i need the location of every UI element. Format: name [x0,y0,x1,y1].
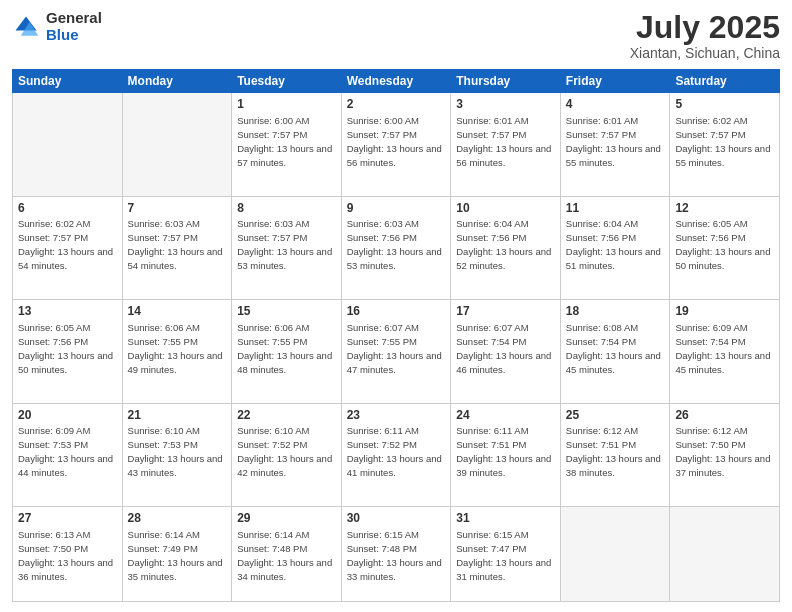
calendar-cell: 30Sunrise: 6:15 AM Sunset: 7:48 PM Dayli… [341,507,451,602]
day-info: Sunrise: 6:14 AM Sunset: 7:48 PM Dayligh… [237,529,332,582]
day-number: 20 [18,407,117,424]
day-number: 9 [347,200,446,217]
day-header-monday: Monday [122,70,232,93]
day-number: 19 [675,303,774,320]
day-header-tuesday: Tuesday [232,70,342,93]
week-row-3: 13Sunrise: 6:05 AM Sunset: 7:56 PM Dayli… [13,300,780,403]
calendar-cell: 8Sunrise: 6:03 AM Sunset: 7:57 PM Daylig… [232,196,342,299]
day-number: 23 [347,407,446,424]
day-header-sunday: Sunday [13,70,123,93]
logo: General Blue [12,10,102,43]
day-number: 29 [237,510,336,527]
day-info: Sunrise: 6:13 AM Sunset: 7:50 PM Dayligh… [18,529,113,582]
calendar-cell: 3Sunrise: 6:01 AM Sunset: 7:57 PM Daylig… [451,93,561,196]
day-number: 12 [675,200,774,217]
calendar-cell: 11Sunrise: 6:04 AM Sunset: 7:56 PM Dayli… [560,196,670,299]
day-number: 4 [566,96,665,113]
day-info: Sunrise: 6:11 AM Sunset: 7:51 PM Dayligh… [456,425,551,478]
day-header-wednesday: Wednesday [341,70,451,93]
calendar-cell: 17Sunrise: 6:07 AM Sunset: 7:54 PM Dayli… [451,300,561,403]
day-number: 21 [128,407,227,424]
logo-text: General Blue [46,10,102,43]
day-number: 17 [456,303,555,320]
day-info: Sunrise: 6:01 AM Sunset: 7:57 PM Dayligh… [566,115,661,168]
day-header-saturday: Saturday [670,70,780,93]
calendar-cell: 24Sunrise: 6:11 AM Sunset: 7:51 PM Dayli… [451,403,561,506]
day-info: Sunrise: 6:07 AM Sunset: 7:55 PM Dayligh… [347,322,442,375]
day-info: Sunrise: 6:09 AM Sunset: 7:54 PM Dayligh… [675,322,770,375]
logo-blue-text: Blue [46,27,102,44]
calendar-cell: 23Sunrise: 6:11 AM Sunset: 7:52 PM Dayli… [341,403,451,506]
day-info: Sunrise: 6:06 AM Sunset: 7:55 PM Dayligh… [237,322,332,375]
calendar-cell: 27Sunrise: 6:13 AM Sunset: 7:50 PM Dayli… [13,507,123,602]
day-number: 28 [128,510,227,527]
day-number: 8 [237,200,336,217]
day-number: 11 [566,200,665,217]
day-header-row: SundayMondayTuesdayWednesdayThursdayFrid… [13,70,780,93]
calendar-cell: 22Sunrise: 6:10 AM Sunset: 7:52 PM Dayli… [232,403,342,506]
day-number: 7 [128,200,227,217]
calendar-table: SundayMondayTuesdayWednesdayThursdayFrid… [12,69,780,602]
day-number: 30 [347,510,446,527]
calendar-cell: 12Sunrise: 6:05 AM Sunset: 7:56 PM Dayli… [670,196,780,299]
day-info: Sunrise: 6:03 AM Sunset: 7:57 PM Dayligh… [237,218,332,271]
week-row-5: 27Sunrise: 6:13 AM Sunset: 7:50 PM Dayli… [13,507,780,602]
main-title: July 2025 [630,10,780,45]
day-number: 15 [237,303,336,320]
title-block: July 2025 Xiantan, Sichuan, China [630,10,780,61]
day-info: Sunrise: 6:05 AM Sunset: 7:56 PM Dayligh… [18,322,113,375]
day-info: Sunrise: 6:04 AM Sunset: 7:56 PM Dayligh… [566,218,661,271]
day-number: 18 [566,303,665,320]
calendar-cell: 20Sunrise: 6:09 AM Sunset: 7:53 PM Dayli… [13,403,123,506]
day-info: Sunrise: 6:12 AM Sunset: 7:50 PM Dayligh… [675,425,770,478]
day-info: Sunrise: 6:08 AM Sunset: 7:54 PM Dayligh… [566,322,661,375]
day-number: 14 [128,303,227,320]
calendar-cell: 14Sunrise: 6:06 AM Sunset: 7:55 PM Dayli… [122,300,232,403]
day-number: 5 [675,96,774,113]
calendar-cell: 1Sunrise: 6:00 AM Sunset: 7:57 PM Daylig… [232,93,342,196]
day-number: 10 [456,200,555,217]
calendar-cell [13,93,123,196]
day-number: 1 [237,96,336,113]
calendar-cell: 4Sunrise: 6:01 AM Sunset: 7:57 PM Daylig… [560,93,670,196]
calendar-cell: 26Sunrise: 6:12 AM Sunset: 7:50 PM Dayli… [670,403,780,506]
day-number: 25 [566,407,665,424]
calendar-cell [122,93,232,196]
day-number: 13 [18,303,117,320]
calendar-cell: 2Sunrise: 6:00 AM Sunset: 7:57 PM Daylig… [341,93,451,196]
calendar-cell: 29Sunrise: 6:14 AM Sunset: 7:48 PM Dayli… [232,507,342,602]
day-number: 6 [18,200,117,217]
day-info: Sunrise: 6:12 AM Sunset: 7:51 PM Dayligh… [566,425,661,478]
day-number: 3 [456,96,555,113]
day-info: Sunrise: 6:15 AM Sunset: 7:48 PM Dayligh… [347,529,442,582]
day-number: 16 [347,303,446,320]
day-number: 24 [456,407,555,424]
day-info: Sunrise: 6:05 AM Sunset: 7:56 PM Dayligh… [675,218,770,271]
day-info: Sunrise: 6:03 AM Sunset: 7:56 PM Dayligh… [347,218,442,271]
calendar-cell: 5Sunrise: 6:02 AM Sunset: 7:57 PM Daylig… [670,93,780,196]
calendar-body: 1Sunrise: 6:00 AM Sunset: 7:57 PM Daylig… [13,93,780,602]
calendar-header: SundayMondayTuesdayWednesdayThursdayFrid… [13,70,780,93]
subtitle: Xiantan, Sichuan, China [630,45,780,61]
day-number: 22 [237,407,336,424]
day-info: Sunrise: 6:00 AM Sunset: 7:57 PM Dayligh… [347,115,442,168]
day-info: Sunrise: 6:10 AM Sunset: 7:52 PM Dayligh… [237,425,332,478]
day-number: 27 [18,510,117,527]
calendar-cell: 10Sunrise: 6:04 AM Sunset: 7:56 PM Dayli… [451,196,561,299]
day-info: Sunrise: 6:04 AM Sunset: 7:56 PM Dayligh… [456,218,551,271]
day-number: 31 [456,510,555,527]
day-info: Sunrise: 6:00 AM Sunset: 7:57 PM Dayligh… [237,115,332,168]
week-row-4: 20Sunrise: 6:09 AM Sunset: 7:53 PM Dayli… [13,403,780,506]
calendar-cell: 19Sunrise: 6:09 AM Sunset: 7:54 PM Dayli… [670,300,780,403]
logo-icon [12,13,40,41]
week-row-2: 6Sunrise: 6:02 AM Sunset: 7:57 PM Daylig… [13,196,780,299]
week-row-1: 1Sunrise: 6:00 AM Sunset: 7:57 PM Daylig… [13,93,780,196]
calendar-cell: 15Sunrise: 6:06 AM Sunset: 7:55 PM Dayli… [232,300,342,403]
day-info: Sunrise: 6:11 AM Sunset: 7:52 PM Dayligh… [347,425,442,478]
day-info: Sunrise: 6:01 AM Sunset: 7:57 PM Dayligh… [456,115,551,168]
day-info: Sunrise: 6:15 AM Sunset: 7:47 PM Dayligh… [456,529,551,582]
day-info: Sunrise: 6:02 AM Sunset: 7:57 PM Dayligh… [18,218,113,271]
day-info: Sunrise: 6:06 AM Sunset: 7:55 PM Dayligh… [128,322,223,375]
day-header-thursday: Thursday [451,70,561,93]
calendar-cell: 9Sunrise: 6:03 AM Sunset: 7:56 PM Daylig… [341,196,451,299]
